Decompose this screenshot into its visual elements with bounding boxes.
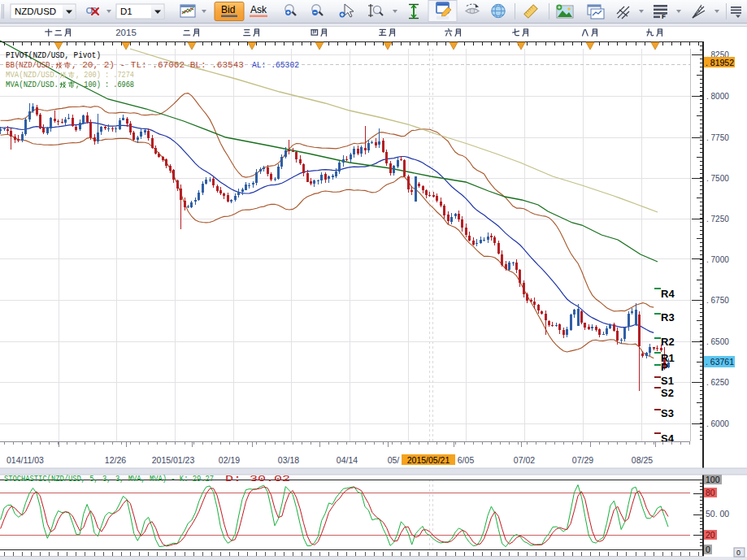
- svg-text:R2: R2: [661, 336, 675, 348]
- svg-text:Bid: Bid: [221, 4, 235, 15]
- svg-text:80: 80: [706, 488, 715, 497]
- svg-text:F: F: [662, 13, 666, 20]
- svg-text:R4: R4: [661, 288, 675, 300]
- svg-text:. 81952: . 81952: [706, 58, 734, 67]
- svg-text:0: 0: [706, 545, 710, 554]
- svg-text:AL: .65302: AL: .65302: [252, 60, 299, 70]
- svg-text:0: 0: [736, 549, 740, 557]
- svg-text:07/29: 07/29: [572, 455, 593, 465]
- svg-text:PIVOT(NZD/USD, Pivot): PIVOT(NZD/USD, Pivot): [6, 50, 101, 60]
- svg-text:, 100) : .6968: , 100) : .6968: [76, 80, 134, 89]
- svg-text:. 7750: . 7750: [706, 133, 729, 142]
- svg-text:D: 30.02: D: 30.02: [225, 474, 290, 484]
- svg-text:. 63761: . 63761: [706, 357, 734, 367]
- svg-text:. 6500: . 6500: [706, 337, 729, 346]
- svg-text:08/25: 08/25: [632, 455, 653, 465]
- svg-text:S1: S1: [661, 375, 674, 387]
- svg-text:, 20, 2) - TL: .67062 BL: .6: , 20, 2) - TL: .67062 BL: .63543: [72, 60, 244, 70]
- svg-text:04/14: 04/14: [337, 455, 358, 465]
- svg-text:NZD/USD: NZD/USD: [15, 7, 56, 16]
- svg-text:. 7000: . 7000: [706, 255, 729, 264]
- svg-text:20: 20: [706, 530, 715, 540]
- svg-text:6/05: 6/05: [458, 455, 475, 465]
- svg-text:014/11/03: 014/11/03: [7, 455, 44, 465]
- svg-text:07/02: 07/02: [514, 455, 535, 465]
- svg-text:MVA(NZD/USD.: MVA(NZD/USD.: [6, 80, 59, 89]
- svg-text:. 7250: . 7250: [706, 215, 729, 224]
- svg-text:S3: S3: [661, 407, 674, 419]
- svg-text:. 6750: . 6750: [706, 296, 729, 305]
- svg-text:S2: S2: [661, 387, 674, 399]
- svg-text:02/19: 02/19: [219, 455, 240, 465]
- svg-text:100: 100: [706, 475, 720, 484]
- svg-text:BB(NZD/USD.: BB(NZD/USD.: [6, 60, 54, 70]
- svg-text:50. 00: 50. 00: [706, 509, 729, 519]
- svg-text:. 6250: . 6250: [706, 378, 729, 387]
- svg-text:MVA(NZD/USD.: MVA(NZD/USD.: [6, 70, 59, 80]
- svg-text:, 200) : .7274: , 200) : .7274: [76, 70, 134, 80]
- svg-text:03/18: 03/18: [278, 455, 299, 465]
- svg-text:. 7500: . 7500: [706, 174, 729, 183]
- svg-text:05/: 05/: [388, 455, 400, 465]
- svg-text:12/26: 12/26: [105, 455, 126, 465]
- svg-text:STOCHASTIC(NZD/USD, 5, 3, 3, M: STOCHASTIC(NZD/USD, 5, 3, 3, MVA, MVA) -…: [4, 474, 214, 484]
- svg-text:R3: R3: [661, 311, 675, 323]
- svg-text:2015/01/23: 2015/01/23: [152, 455, 195, 465]
- svg-text:. 8000: . 8000: [706, 92, 729, 101]
- svg-text:P: P: [661, 361, 668, 373]
- svg-text:D1: D1: [120, 7, 132, 16]
- svg-text:2015: 2015: [115, 28, 137, 37]
- svg-text:Ask: Ask: [250, 4, 267, 15]
- svg-text:2015/05/21: 2015/05/21: [407, 455, 450, 465]
- svg-text:. 6000: . 6000: [706, 419, 729, 428]
